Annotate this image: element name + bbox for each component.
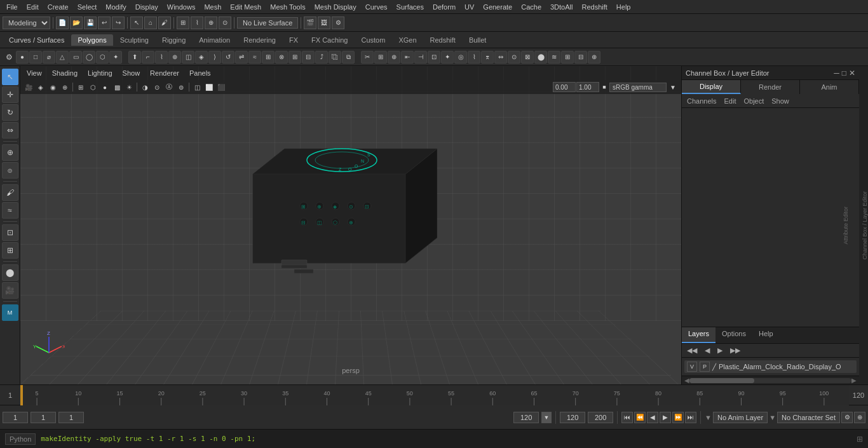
cb-nav-show[interactable]: Show (769, 96, 792, 106)
range-end-input[interactable] (513, 412, 539, 423)
vp-gamma-dropdown[interactable]: ▼ (667, 81, 679, 93)
menu-mesh-tools[interactable]: Mesh Tools (266, 2, 309, 12)
redo-button[interactable]: ↪ (112, 17, 125, 29)
snap-to-point[interactable]: ⊕ (205, 17, 217, 29)
sculpt-brush[interactable]: ≈ (2, 202, 18, 219)
soft-modify[interactable]: ⌾ (2, 162, 18, 179)
scroll-left-arrow[interactable]: ◀ (684, 377, 689, 384)
vp-shadow-btn[interactable]: ◑ (139, 81, 151, 93)
offset-icon[interactable]: ⊕ (388, 51, 400, 64)
max-frame-input2[interactable] (588, 412, 613, 423)
menu-mesh-display[interactable]: Mesh Display (311, 2, 360, 12)
edge-channel-box-label[interactable]: Channel Box / Layer Editor (862, 191, 868, 260)
vp-menu-renderer[interactable]: Renderer (147, 68, 182, 78)
tab-xgen[interactable]: XGen (392, 34, 423, 46)
tab-redshift[interactable]: Redshift (424, 34, 462, 46)
cube-icon[interactable]: □ (29, 51, 42, 64)
le-tab-options[interactable]: Options (715, 327, 752, 343)
menu-generate[interactable]: Generate (479, 2, 516, 12)
combine-icon[interactable]: ⊞ (288, 51, 301, 64)
tab-sculpting[interactable]: Sculpting (114, 34, 155, 46)
vp-aa-btn[interactable]: Ⓐ (163, 81, 175, 93)
sculpt-icon[interactable]: ⬤ (534, 51, 547, 64)
vp-xray-btn[interactable]: ⬜ (203, 81, 215, 93)
status-icon-right[interactable]: ⊞ (857, 435, 863, 444)
tab-rigging[interactable]: Rigging (156, 34, 192, 46)
menu-windows[interactable]: Windows (163, 2, 200, 12)
vp-menu-show[interactable]: Show (120, 68, 143, 78)
torus-icon[interactable]: ◯ (83, 51, 95, 64)
tab-animation[interactable]: Animation (193, 34, 236, 46)
char-set-btn2[interactable]: ⊕ (854, 412, 865, 423)
layer-visibility-toggle[interactable]: V (687, 362, 697, 372)
move-mode-button[interactable]: ✛ (2, 86, 18, 103)
vp-grid-btn[interactable]: ⊞ (75, 81, 86, 93)
platonic-icon[interactable]: ✦ (109, 51, 122, 64)
tab-curves-surfaces[interactable]: Curves / Surfaces (3, 34, 71, 46)
sphere-icon[interactable]: ● (16, 51, 29, 64)
menu-create[interactable]: Create (44, 2, 72, 12)
extrude-icon[interactable]: ⬆ (128, 51, 141, 64)
vp-hide-btn[interactable]: ◉ (47, 81, 58, 93)
mirror-icon[interactable]: ⇔ (494, 51, 507, 64)
settings-icon[interactable]: ⚙ (3, 51, 15, 64)
instance-icon[interactable]: ⧉ (342, 51, 355, 64)
tab-polygons[interactable]: Polygons (71, 34, 112, 46)
connect-icon[interactable]: ⊣ (414, 51, 427, 64)
le-tab-layers[interactable]: Layers (682, 327, 715, 343)
cb-nav-channels[interactable]: Channels (684, 96, 719, 106)
vp-menu-lighting[interactable]: Lighting (85, 68, 115, 78)
step-back-btn[interactable]: ⏪ (634, 412, 646, 423)
menu-deform[interactable]: Deform (429, 2, 459, 12)
vp-dof-btn[interactable]: ⊚ (175, 81, 187, 93)
menu-surfaces[interactable]: Surfaces (393, 2, 428, 12)
extract-icon[interactable]: ⤴ (315, 51, 328, 64)
timeline-ruler[interactable]: 5 10 15 20 25 30 35 40 45 50 55 60 65 (20, 385, 849, 405)
snap-to-surface[interactable]: ⊙ (219, 17, 231, 29)
new-scene-button[interactable]: 📄 (56, 17, 69, 29)
snap-to-grid[interactable]: ⊞ (177, 17, 189, 29)
menu-redshift[interactable]: Redshift (578, 2, 611, 12)
workspace-select[interactable]: Modeling (3, 17, 50, 29)
cone-icon[interactable]: △ (56, 51, 69, 64)
smooth-icon[interactable]: ≈ (248, 51, 261, 64)
vp-sel-btn[interactable]: ◈ (35, 81, 46, 93)
menu-select[interactable]: Select (74, 2, 101, 12)
vp-shaded-btn[interactable]: ● (99, 81, 111, 93)
vp-textured-btn[interactable]: ▩ (111, 81, 123, 93)
menu-cache[interactable]: Cache (517, 2, 545, 12)
play-fwd-btn[interactable]: ▶ (660, 412, 671, 423)
unfold-icon[interactable]: ⊞ (561, 51, 574, 64)
vp-menu-view[interactable]: View (24, 68, 44, 78)
paint-select-tool[interactable]: 🖌 (158, 17, 171, 29)
menu-modify[interactable]: Modify (102, 2, 130, 12)
paint-tool[interactable]: 🖌 (2, 184, 18, 201)
scale-mode-button[interactable]: ⇔ (2, 122, 18, 139)
vp-menu-shading[interactable]: Shading (50, 68, 80, 78)
separate-icon[interactable]: ⊟ (302, 51, 315, 64)
goto-start-btn[interactable]: ⏮ (621, 412, 633, 423)
max-frame-input[interactable] (560, 412, 585, 423)
le-back-btn[interactable]: ◀ (702, 345, 712, 356)
char-set-btn1[interactable]: ⚙ (841, 412, 853, 423)
universal-manip[interactable]: ⊕ (2, 144, 18, 161)
menu-uv[interactable]: UV (461, 2, 478, 12)
no-live-surface-button[interactable]: No Live Surface (237, 17, 298, 29)
quad-draw-icon[interactable]: ⊠ (521, 51, 534, 64)
render-settings[interactable]: ⚙ (332, 17, 344, 29)
wedge-icon[interactable]: ⟩ (208, 51, 221, 64)
plane-icon[interactable]: ▭ (69, 51, 82, 64)
select-tool[interactable]: ↖ (130, 17, 143, 29)
scroll-track[interactable] (689, 378, 851, 383)
step-fwd-btn[interactable]: ⏩ (672, 412, 684, 423)
cb-close-btn[interactable]: ✕ (849, 69, 855, 78)
relax-icon[interactable]: ≋ (548, 51, 560, 64)
flip-icon[interactable]: ⇌ (235, 51, 248, 64)
select-mode-button[interactable]: ↖ (2, 69, 18, 85)
tab-custom[interactable]: Custom (355, 34, 392, 46)
layout-icon[interactable]: ⊟ (574, 51, 587, 64)
save-scene-button[interactable]: 💾 (84, 17, 97, 29)
play-back-btn[interactable]: ◀ (647, 412, 658, 423)
merge-icon[interactable]: ⊕ (168, 51, 181, 64)
camera-tool[interactable]: 🎥 (2, 282, 18, 299)
